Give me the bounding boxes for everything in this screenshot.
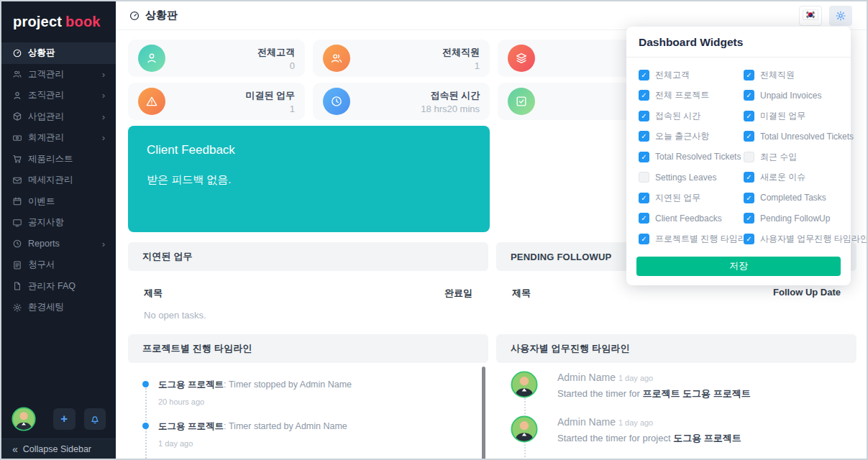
page-title: 상황판 [129, 9, 178, 22]
notifications-button[interactable] [84, 408, 106, 430]
widget-toggle[interactable]: Total Resolved Tickets [639, 147, 744, 167]
sidebar-item-customers[interactable]: 고객관리 › [1, 64, 116, 86]
sidebar-tools: + [1, 407, 116, 438]
top-bar: 상황판 [116, 1, 867, 30]
chevron-right-icon: › [102, 90, 105, 101]
people-icon [323, 45, 350, 72]
user-name: Admin Name [557, 416, 616, 428]
scrollbar-thumb[interactable] [482, 367, 485, 460]
checkbox-icon[interactable] [744, 111, 754, 121]
widget-toggle[interactable]: Total Unresolved Tickets [744, 126, 868, 147]
collapse-label: Collapse Sidebar [23, 444, 91, 454]
checkbox-icon[interactable] [744, 131, 754, 142]
widget-toggle[interactable]: 오늘 출근사항 [639, 126, 744, 147]
widget-toggle[interactable]: Settings Leaves [639, 167, 744, 188]
widget-toggle[interactable]: 접속된 시간 [639, 106, 744, 126]
dashboard-settings-button[interactable] [829, 6, 852, 26]
sidebar-item-settings[interactable]: 환경세팅 [1, 297, 116, 318]
sidebar-item-label: 사업관리 [28, 111, 64, 123]
timeline-item: 도그용 프로젝트: Timer stopped by Admin Name 20… [128, 379, 488, 406]
save-button[interactable]: 저장 [636, 257, 841, 276]
logo-text-primary: project [13, 14, 62, 30]
checkbox-icon[interactable] [639, 172, 649, 183]
widget-toggle[interactable]: Pending FollowUp [744, 208, 868, 229]
stat-card-open-tasks: 미결된 업무1 [128, 83, 305, 120]
sidebar-item-events[interactable]: 이벤트 [1, 191, 116, 213]
checkbox-icon[interactable] [744, 90, 754, 101]
widget-toggle[interactable]: 새로운 이슈 [744, 167, 868, 188]
user-timeline-card: 사용자별 업무진행 타임라인 Admin Name1 day ago Start… [496, 334, 856, 460]
sidebar-item-business[interactable]: 사업관리 › [1, 106, 116, 128]
client-feedback-card: Client Feedback 받은 피드백 없음. [128, 126, 490, 232]
project-name: 도그용 프로젝트 [158, 380, 224, 390]
checkbox-icon[interactable] [744, 70, 754, 80]
sidebar-item-label: 공지사항 [28, 216, 64, 229]
user-avatar [511, 415, 538, 443]
language-button[interactable] [799, 6, 822, 26]
document-icon [12, 260, 22, 270]
widget-toggle[interactable]: 전체 프로젝트 [639, 86, 744, 106]
widget-toggle[interactable]: 전체직원 [744, 65, 868, 86]
empty-tasks-message: No open tasks. [144, 310, 472, 321]
clock-icon [12, 239, 22, 249]
widget-toggle[interactable]: Client Feedbacks [639, 208, 744, 229]
checkbox-icon[interactable] [639, 152, 649, 162]
sidebar-item-messages[interactable]: 메세지관리 [1, 170, 116, 191]
gear-icon [12, 303, 22, 313]
widget-toggle[interactable]: 사용자별 업무진행 타임라인 [744, 229, 868, 249]
checkbox-icon[interactable] [744, 152, 754, 162]
sidebar-item-label: 회계관리 [28, 132, 64, 144]
checkbox-icon[interactable] [744, 193, 754, 203]
chevron-right-icon: › [102, 111, 105, 122]
add-button[interactable]: + [53, 408, 76, 430]
project-name: 프로젝트 도그용 프로젝트 [643, 388, 751, 399]
widget-toggle[interactable]: Unpaid Invoices [744, 86, 868, 106]
check-square-icon [508, 88, 535, 115]
sidebar-item-label: 청구서 [28, 259, 55, 271]
sidebar-item-notices[interactable]: 공지사항 [1, 212, 116, 234]
checkbox-icon[interactable] [639, 131, 649, 142]
widget-toggle[interactable]: 전체고객 [639, 65, 744, 86]
sidebar-item-label: 메세지관리 [28, 174, 73, 186]
monitor-icon [12, 218, 22, 228]
checkbox-icon[interactable] [744, 234, 754, 244]
app-window: project book 상황판 고객관리 › 조직관리 › 사업관리 › [0, 0, 868, 460]
widget-toggle[interactable]: Completed Tasks [744, 188, 868, 208]
sidebar-item-dashboard[interactable]: 상황판 [1, 42, 116, 64]
sidebar-item-label: 상황판 [28, 47, 55, 59]
checkbox-icon[interactable] [744, 213, 754, 224]
checkbox-icon[interactable] [639, 111, 649, 121]
checkbox-icon[interactable] [744, 172, 754, 183]
sidebar-item-invoices[interactable]: 청구서 [1, 254, 116, 276]
sidebar-item-label: 조직관리 [28, 89, 64, 101]
project-timeline-card: 프로젝트별 진행 타임라인 도그용 프로젝트: Timer stopped by… [128, 334, 488, 460]
sidebar-item-products[interactable]: 제품리스트 [1, 149, 116, 170]
sidebar-item-admin-faq[interactable]: 관리자 FAQ [1, 276, 116, 298]
checkbox-icon[interactable] [639, 70, 649, 80]
warning-icon [138, 88, 165, 115]
app-logo[interactable]: project book [1, 1, 116, 42]
sidebar-item-reports[interactable]: Reports › [1, 234, 116, 255]
action-text: Started the timer for project [557, 433, 673, 443]
chevron-right-icon: › [102, 239, 105, 249]
project-timeline-title: 프로젝트별 진행 타임라인 [128, 334, 488, 363]
checkbox-icon[interactable] [639, 193, 649, 203]
stat-value: 1 [475, 60, 480, 71]
sidebar-nav: 상황판 고객관리 › 조직관리 › 사업관리 › 회계관리 › [1, 42, 116, 318]
checkbox-icon[interactable] [639, 90, 649, 101]
widget-toggle[interactable]: 프로젝트별 진행 타임라인 [639, 229, 744, 249]
sidebar-item-accounting[interactable]: 회계관리 › [1, 127, 116, 149]
collapse-sidebar-button[interactable]: « Collapse Sidebar [1, 438, 116, 459]
widget-toggle[interactable]: 지연된 업무 [639, 188, 744, 208]
stat-card-total-customers: 전체고객0 [128, 40, 305, 77]
sidebar-item-organization[interactable]: 조직관리 › [1, 85, 116, 106]
checkbox-icon[interactable] [639, 213, 649, 224]
checkbox-icon[interactable] [639, 234, 649, 244]
widget-toggle[interactable]: 최근 수입 [744, 147, 868, 167]
timeline-item: Admin Name1 day ago Started the timer fo… [496, 371, 856, 415]
user-avatar[interactable] [12, 407, 36, 431]
file-icon [12, 281, 22, 291]
widget-toggle[interactable]: 미결된 업무 [744, 106, 868, 126]
widgets-checkbox-grid: 전체고객 전체직원 전체 프로젝트 Unpaid Invoices 접속된 시간… [626, 58, 851, 252]
user-name: Admin Name [557, 372, 616, 383]
